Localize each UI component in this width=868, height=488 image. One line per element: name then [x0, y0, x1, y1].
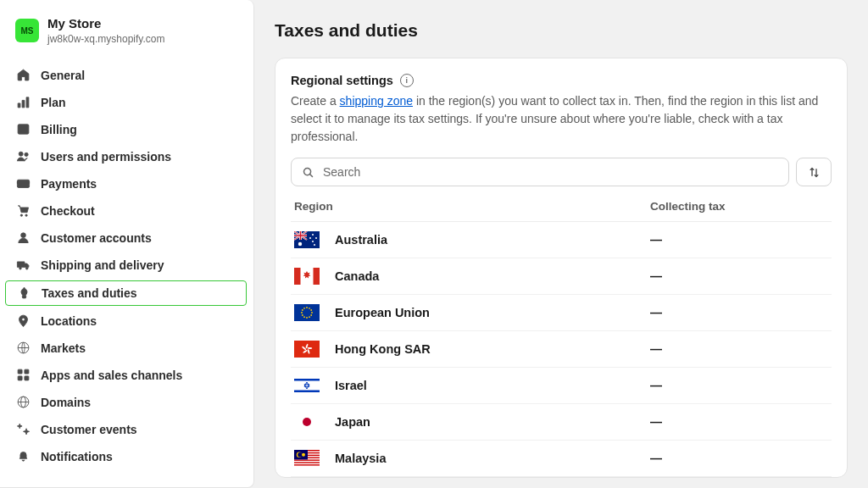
sidebar-item-plan[interactable]: Plan [0, 89, 253, 116]
region-search[interactable]: Search [291, 158, 789, 186]
info-icon[interactable]: i [400, 74, 414, 87]
nav-icon [15, 395, 31, 410]
main-content: Taxes and duties Regional settings i Cre… [254, 0, 868, 488]
svg-point-44 [309, 316, 310, 318]
region-tax-status: — [650, 269, 828, 283]
page-title: Taxes and duties [275, 20, 848, 41]
sidebar-item-label: General [41, 69, 85, 82]
sidebar-item-general[interactable]: General [0, 62, 253, 89]
region-row-hong-kong-sar[interactable]: Hong Kong SAR— [291, 331, 832, 368]
sidebar-item-users-and-permissions[interactable]: Users and permissions [0, 143, 253, 170]
svg-point-40 [309, 308, 310, 309]
search-icon [302, 166, 314, 179]
sidebar-item-customer-events[interactable]: Customer events [0, 416, 253, 443]
region-label: Canada [335, 269, 650, 283]
store-name: My Store [47, 17, 164, 31]
svg-point-41 [310, 309, 312, 311]
section-description: Create a shipping zone in the region(s) … [291, 92, 832, 146]
svg-rect-3 [18, 125, 29, 134]
region-row-european-union[interactable]: European Union— [291, 295, 832, 331]
search-placeholder: Search [323, 165, 360, 179]
sidebar-item-markets[interactable]: Markets [0, 335, 253, 362]
region-row-malaysia[interactable]: Malaysia— [291, 441, 832, 477]
svg-point-48 [301, 312, 303, 313]
nav-icon [15, 95, 31, 110]
nav-icon [15, 176, 31, 191]
region-row-japan[interactable]: Japan— [291, 404, 832, 441]
nav-icon [15, 449, 31, 464]
settings-nav: GeneralPlanBillingUsers and permissionsP… [0, 62, 253, 474]
svg-rect-1 [22, 100, 25, 108]
svg-point-39 [306, 307, 308, 308]
region-tax-status: — [650, 342, 828, 356]
region-row-australia[interactable]: Australia— [291, 222, 832, 258]
svg-rect-67 [294, 461, 320, 462]
region-row-israel[interactable]: Israel— [291, 368, 832, 404]
nav-icon [15, 341, 31, 356]
svg-rect-19 [18, 376, 22, 380]
svg-point-49 [302, 309, 303, 311]
sidebar-item-apps-and-sales-channels[interactable]: Apps and sales channels [0, 362, 253, 389]
nav-icon [15, 230, 31, 246]
svg-line-26 [310, 174, 313, 176]
svg-rect-7 [17, 181, 29, 183]
desc-prefix: Create a [291, 94, 340, 108]
region-label: Australia [335, 233, 650, 247]
sidebar-item-taxes-and-duties[interactable]: Taxes and duties [5, 280, 247, 306]
sidebar-item-label: Apps and sales channels [41, 369, 182, 382]
svg-point-46 [303, 316, 305, 318]
region-row-canada[interactable]: Canada— [291, 258, 832, 295]
svg-point-8 [20, 214, 22, 216]
store-domain: jw8k0w-xq.myshopify.com [47, 33, 164, 45]
svg-point-42 [311, 312, 313, 313]
sidebar-item-label: Payments [41, 177, 97, 191]
sort-button[interactable] [796, 158, 832, 186]
sidebar-item-label: Plan [41, 96, 66, 109]
sidebar-item-checkout[interactable]: Checkout [0, 197, 253, 225]
svg-point-10 [20, 233, 25, 238]
region-label: Japan [335, 415, 650, 429]
flag-icon [294, 341, 320, 358]
svg-point-73 [302, 453, 305, 457]
flag-icon [294, 413, 320, 430]
svg-point-12 [19, 267, 21, 269]
flag-icon [294, 377, 320, 394]
svg-point-33 [309, 237, 311, 239]
settings-sidebar: MS My Store jw8k0w-xq.myshopify.com Gene… [0, 0, 254, 488]
store-avatar: MS [15, 19, 39, 42]
svg-rect-36 [294, 268, 301, 285]
nav-icon [15, 258, 31, 273]
sidebar-item-label: Checkout [41, 204, 95, 218]
region-label: Malaysia [335, 452, 650, 465]
sidebar-item-label: Billing [41, 123, 77, 136]
sidebar-item-label: Notifications [41, 450, 113, 463]
nav-icon [15, 122, 31, 137]
sidebar-item-shipping-and-delivery[interactable]: Shipping and delivery [0, 252, 253, 279]
sidebar-item-payments[interactable]: Payments [0, 170, 253, 197]
sidebar-item-label: Markets [41, 341, 86, 355]
shipping-zone-link[interactable]: shipping zone [340, 94, 413, 108]
sidebar-item-label: Customer accounts [41, 231, 152, 245]
svg-point-31 [315, 237, 317, 239]
svg-rect-38 [294, 304, 320, 321]
region-list: Australia—Canada—European Union—Hong Kon… [291, 222, 832, 477]
svg-rect-14 [22, 295, 25, 298]
svg-point-30 [312, 234, 314, 236]
sidebar-item-customer-accounts[interactable]: Customer accounts [0, 225, 253, 252]
sidebar-item-domains[interactable]: Domains [0, 389, 253, 416]
nav-icon [15, 203, 31, 219]
sidebar-item-locations[interactable]: Locations [0, 308, 253, 335]
sidebar-item-label: Shipping and delivery [41, 258, 164, 272]
sidebar-item-label: Customer events [41, 423, 137, 436]
svg-point-50 [303, 308, 305, 309]
sidebar-item-custom-data[interactable]: Custom data [0, 470, 253, 474]
sidebar-item-billing[interactable]: Billing [0, 116, 253, 143]
svg-rect-68 [294, 463, 320, 464]
svg-point-15 [21, 318, 25, 321]
svg-point-29 [298, 242, 302, 246]
region-tax-status: — [650, 379, 828, 392]
region-tax-status: — [650, 233, 828, 247]
svg-rect-11 [17, 262, 25, 267]
svg-point-61 [303, 418, 311, 426]
sidebar-item-notifications[interactable]: Notifications [0, 443, 253, 470]
